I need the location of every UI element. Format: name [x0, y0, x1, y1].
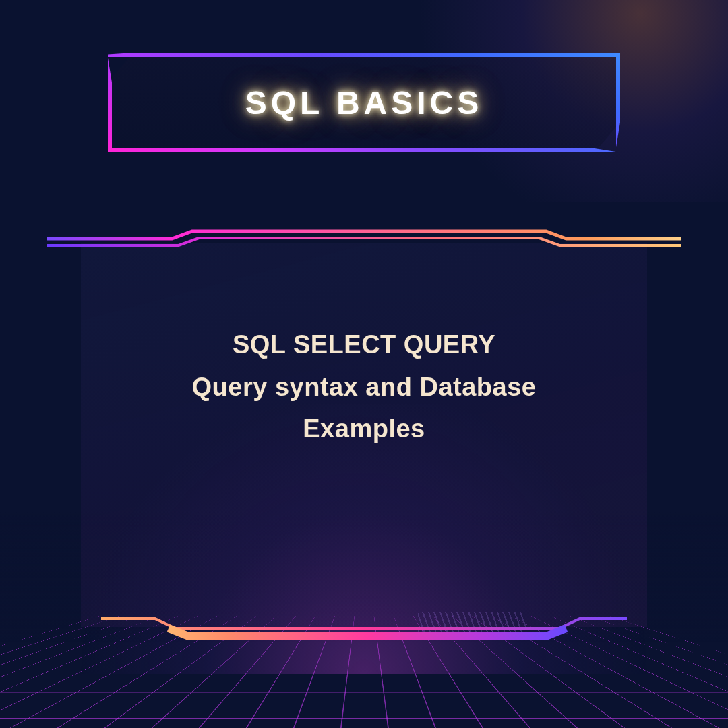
content-line-3: Examples: [47, 408, 681, 450]
content-line-1: SQL SELECT QUERY: [47, 324, 681, 366]
frame-border-bottom: [101, 613, 627, 640]
page-title: SQL BASICS: [245, 84, 483, 121]
content-text: SQL SELECT QUERY Query syntax and Databa…: [47, 324, 681, 450]
frame-border-top: [47, 229, 681, 249]
content-frame: SQL SELECT QUERY Query syntax and Databa…: [47, 222, 681, 647]
content-line-2: Query syntax and Database: [47, 366, 681, 408]
title-banner: SQL BASICS: [108, 53, 620, 152]
